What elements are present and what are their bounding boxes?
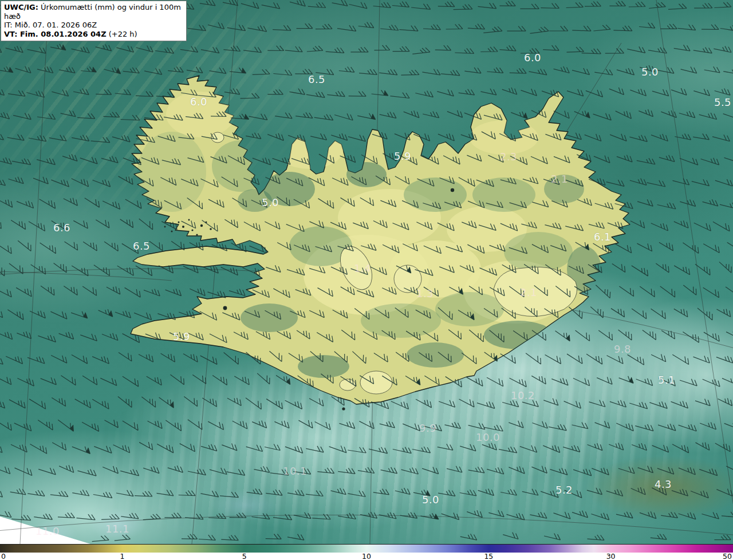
colorbar-tick: 1	[120, 553, 124, 560]
colorbar-tick: 15	[484, 553, 493, 560]
precip-colorbar	[0, 544, 733, 553]
map-vector-layer	[0, 0, 733, 544]
wind-barb-strokes	[0, 0, 733, 542]
weather-map-screen: 6.06.56.05.05.55.92.32.15.06.66.56.11.41…	[0, 0, 733, 560]
colorbar-tick: 30	[606, 553, 616, 560]
colorbar-tick: 0	[1, 553, 6, 560]
product-label: UWC/IG:	[4, 3, 38, 11]
valid-offset: (+22 h)	[107, 30, 137, 38]
map-corner-wedge	[0, 516, 90, 544]
colorbar-tick: 10	[362, 553, 371, 560]
wind-barbs-layer	[0, 0, 733, 542]
title-box: UWC/IG: Úrkomumætti (mm) og vindur i 100…	[1, 1, 187, 41]
title-line-product: UWC/IG: Úrkomumætti (mm) og vindur i 100…	[4, 3, 183, 21]
colorbar-tick-labels: 01510153050	[0, 553, 733, 560]
title-line-init: IT: Mið. 07. 01. 2026 06Z	[4, 21, 183, 30]
colorbar-tick: 50	[723, 553, 732, 560]
title-line-valid: VT: Fim. 08.01.2026 04Z (+22 h)	[4, 30, 183, 39]
map-area: 6.06.56.05.05.55.92.32.15.06.66.56.11.41…	[0, 0, 733, 544]
colorbar-tick: 5	[242, 553, 247, 560]
valid-time: VT: Fim. 08.01.2026 04Z	[4, 30, 107, 38]
